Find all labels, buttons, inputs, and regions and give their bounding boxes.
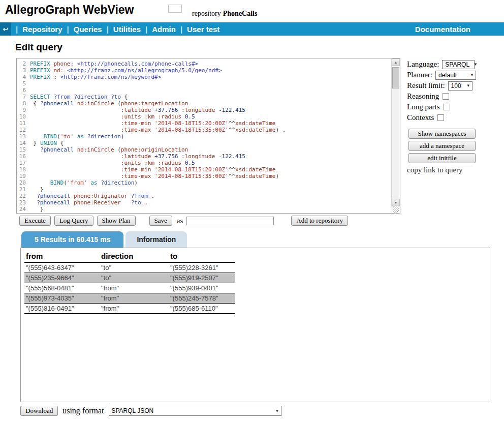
code-line[interactable]: 5 — [17, 80, 391, 87]
tab-results[interactable]: 5 Results in 60.415 ms — [21, 231, 123, 248]
table-cell: "(555)919-2507" — [169, 273, 235, 283]
code-line[interactable]: 18 :time-min '2014-08-18T15:20:00Z'^^xsd… — [17, 166, 391, 173]
line-number: 8 — [17, 100, 30, 107]
table-cell: "(555)816-0491" — [24, 304, 100, 314]
format-select[interactable]: SPARQL JSON ▼ — [109, 406, 281, 416]
table-row[interactable]: "(555)816-0491""from""(555)685-6110" — [24, 304, 235, 314]
editor-scrollbar[interactable]: ▲ ▼ — [391, 58, 400, 206]
code-area[interactable]: 2PREFIX phone: <http://phonecalls.com/ph… — [17, 58, 391, 213]
nav-item-queries[interactable]: Queries — [74, 25, 102, 34]
planner-label: Planner: — [407, 71, 432, 79]
code-line[interactable]: 11 :time-min '2014-08-18T15:20:00Z'^^xsd… — [17, 120, 391, 127]
scrollbar-thumb[interactable] — [392, 67, 399, 88]
column-direction: direction — [100, 251, 169, 262]
code-line[interactable]: 16 :latitude +37.756 :longitude -122.415 — [17, 153, 391, 160]
code-line[interactable]: 22 ?phonecall phone:Originator ?from . — [17, 193, 391, 199]
copy-link-to-query[interactable]: copy link to query — [407, 166, 503, 174]
contexts-row: Contexts — [407, 112, 503, 123]
code-line[interactable]: 10 :units :km :radius 0.5 — [17, 113, 391, 120]
contexts-checkbox[interactable] — [437, 114, 444, 121]
table-row[interactable]: "(555)973-4035""from""(555)245-7578" — [24, 293, 235, 304]
code-line[interactable]: 6 — [17, 87, 391, 94]
language-select[interactable]: SPARQL ▼ — [442, 60, 475, 69]
scroll-up-icon[interactable]: ▲ — [392, 58, 400, 66]
log-query-button[interactable]: Log Query — [54, 216, 93, 226]
nav-item-repository[interactable]: Repository — [22, 25, 62, 34]
line-number: 10 — [17, 113, 30, 120]
table-cell: "(555)973-4035" — [24, 293, 100, 304]
query-actions: Execute Log Query Show Plan Save as Add … — [19, 216, 348, 226]
table-cell: "from" — [100, 304, 169, 314]
query-editor[interactable]: 2PREFIX phone: <http://phonecalls.com/ph… — [16, 58, 400, 214]
code-line[interactable]: 14 } UNION { — [17, 140, 391, 146]
back-icon[interactable]: ↩ — [0, 22, 11, 36]
language-row: Language: SPARQL ▼ — [407, 59, 503, 70]
nav-item-admin[interactable]: Admin — [152, 25, 176, 34]
results-table: from direction to "(555)643-6347""to""(5… — [24, 251, 235, 314]
nav-separator: | — [16, 25, 18, 34]
line-number: 11 — [17, 120, 30, 127]
repository-name: PhoneCalls — [223, 10, 258, 17]
table-cell: "(555)568-0481" — [24, 283, 100, 293]
code-line[interactable]: 17 :units :km :radius 0.5 — [17, 160, 391, 166]
code-line[interactable]: 4PREFIX : <http://franz.com/ns/keyword#> — [17, 74, 391, 80]
code-line[interactable]: 15 ?phonecall nd:inCircle (phone:originL… — [17, 146, 391, 153]
code-line[interactable]: 3PREFIX nd: <http://franz.com/ns/allegro… — [17, 67, 391, 74]
reasoning-checkbox[interactable] — [443, 93, 449, 100]
language-label: Language: — [407, 60, 439, 69]
line-number: 17 — [17, 160, 30, 166]
show-plan-button[interactable]: Show Plan — [97, 216, 136, 226]
code-line[interactable]: 7SELECT ?from ?direction ?to { — [17, 94, 391, 100]
line-number: 16 — [17, 153, 30, 160]
code-line[interactable]: 24 } — [17, 206, 391, 213]
edit-initfile-button[interactable]: edit initfile — [408, 153, 476, 163]
table-row[interactable]: "(555)568-0481""from""(555)939-0401" — [24, 283, 235, 293]
query-options-sidebar: Language: SPARQL ▼ Planner: default ▼ Re… — [407, 59, 503, 174]
line-number: 6 — [17, 87, 30, 94]
show-namespaces-button[interactable]: Show namespaces — [408, 129, 476, 139]
code-line[interactable]: 8 { ?phonecall nd:inCircle (phone:target… — [17, 100, 391, 107]
add-to-repository-button[interactable]: Add to repository — [291, 216, 348, 226]
table-row[interactable]: "(555)643-6347""to""(555)228-3261" — [24, 262, 235, 273]
code-line[interactable]: 23 ?phonecall phone:Receiver ?to . — [17, 199, 391, 206]
code-line[interactable]: 2PREFIX phone: <http://phonecalls.com/ph… — [17, 61, 391, 67]
code-line[interactable]: 9 :latitude +37.756 :longitude -122.415 — [17, 107, 391, 113]
add-namespace-button[interactable]: add a namespace — [408, 141, 476, 151]
table-cell: "from" — [100, 283, 169, 293]
repository-word: repository — [192, 10, 221, 17]
code-line[interactable]: 12 :time-max '2014-08-18T15:35:00Z'^^xsd… — [17, 127, 391, 133]
nav-bar: ↩ | Repository | Queries | Utilities | A… — [0, 22, 504, 36]
table-cell: "from" — [100, 293, 169, 304]
scroll-down-icon[interactable]: ▼ — [392, 199, 400, 206]
long-parts-checkbox[interactable] — [444, 104, 450, 110]
tab-information[interactable]: Information — [125, 231, 187, 248]
result-limit-select[interactable]: 100 ▼ — [448, 81, 472, 91]
line-number: 19 — [17, 173, 30, 179]
save-button[interactable]: Save — [149, 216, 172, 226]
header-mini-input[interactable] — [168, 5, 182, 13]
code-line[interactable]: 13 BIND('to' as ?direction) — [17, 133, 391, 140]
line-number: 14 — [17, 140, 30, 146]
table-cell: "(555)245-7578" — [169, 293, 235, 304]
nav-item-user-test[interactable]: User test — [187, 25, 219, 34]
language-value: SPARQL — [445, 61, 469, 68]
code-line[interactable]: 20 BIND('from' as ?direction) — [17, 179, 391, 186]
download-button[interactable]: Download — [20, 406, 58, 416]
using-format-label: using format — [62, 406, 104, 415]
nav-item-utilities[interactable]: Utilities — [113, 25, 141, 34]
table-row[interactable]: "(555)235-9664""to""(555)919-2507" — [24, 273, 235, 283]
table-cell: "(555)685-6110" — [169, 304, 235, 314]
line-number: 5 — [17, 80, 30, 87]
resize-grip-icon[interactable] — [393, 206, 399, 213]
code-line[interactable]: 19 :time-max '2014-08-18T15:35:00Z'^^xsd… — [17, 173, 391, 179]
reasoning-label: Reasoning — [407, 92, 439, 101]
app-title: AllegroGraph WebView — [5, 3, 134, 17]
planner-select[interactable]: default ▼ — [435, 71, 476, 80]
reasoning-row: Reasoning — [407, 91, 503, 102]
save-name-input[interactable] — [186, 217, 274, 225]
result-limit-label: Result limit: — [407, 81, 445, 90]
code-line[interactable]: 21 } — [17, 186, 391, 193]
results-tabs: 5 Results in 60.415 ms Information — [21, 231, 187, 248]
nav-item-documentation[interactable]: Documentation — [415, 25, 470, 34]
execute-button[interactable]: Execute — [19, 216, 51, 226]
